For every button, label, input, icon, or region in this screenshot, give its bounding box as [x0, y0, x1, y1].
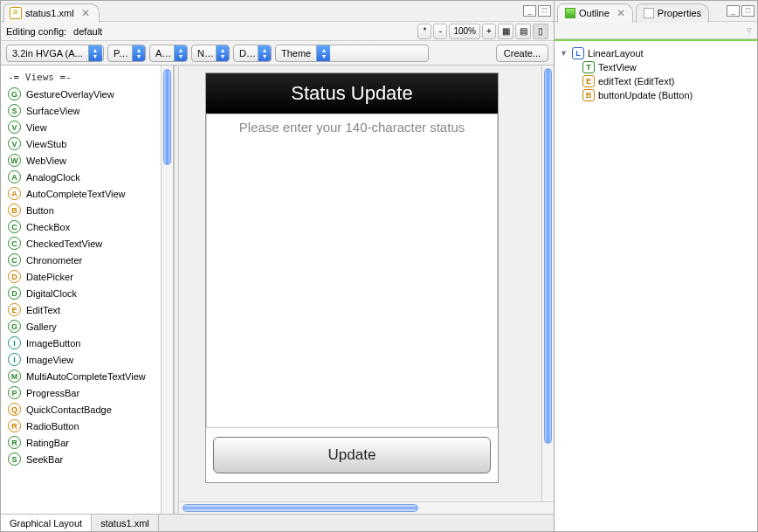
- close-icon[interactable]: ✕: [617, 7, 625, 19]
- preview-textview[interactable]: Status Update: [206, 73, 498, 114]
- palette-item[interactable]: RRadioButton: [1, 418, 161, 434]
- outline-pane: Outline ✕ Properties _ □ ▿ ▼ L LinearLay…: [555, 1, 757, 531]
- palette-item[interactable]: AAnalogClock: [1, 169, 161, 185]
- outline-mode-icon[interactable]: ▯: [533, 24, 548, 39]
- orientation-select[interactable]: P...: [107, 45, 146, 62]
- palette-item-label: AutoCompleteTextView: [26, 189, 126, 199]
- tree-node-edittext[interactable]: E editText (EditText): [582, 74, 752, 88]
- palette-item[interactable]: SSurfaceView: [1, 102, 161, 119]
- tab-graphical-layout[interactable]: Graphical Layout: [1, 515, 92, 531]
- config-label: Editing config:: [6, 26, 66, 37]
- canvas-area[interactable]: Status Update Please enter your 140-char…: [179, 66, 554, 501]
- palette-item[interactable]: IImageView: [1, 351, 161, 368]
- palette-item[interactable]: BButton: [1, 202, 161, 218]
- canvas-v-scrollbar[interactable]: [541, 66, 554, 501]
- close-icon[interactable]: ✕: [81, 7, 90, 19]
- palette-item[interactable]: VView: [1, 119, 161, 135]
- properties-tab[interactable]: Properties: [636, 3, 709, 23]
- zoom-value[interactable]: 100%: [449, 24, 480, 39]
- preview-button[interactable]: Update: [213, 437, 491, 473]
- config-value: default: [73, 26, 102, 37]
- palette-item[interactable]: EEditText: [1, 301, 161, 318]
- minimize-icon[interactable]: _: [523, 5, 536, 17]
- tab-source[interactable]: status1.xml: [92, 515, 159, 531]
- palette-badge-icon: C: [8, 237, 21, 250]
- palette-item[interactable]: RRatingBar: [1, 434, 161, 451]
- palette-badge-icon: D: [8, 287, 21, 300]
- device-preview[interactable]: Status Update Please enter your 140-char…: [205, 73, 499, 483]
- palette-item[interactable]: AAutoCompleteTextView: [1, 185, 161, 202]
- palette-item[interactable]: CChronometer: [1, 252, 161, 268]
- palette-item[interactable]: DDigitalClock: [1, 285, 161, 301]
- palette-item-label: WebView: [26, 155, 66, 166]
- canvas-inner: Status Update Please enter your 140-char…: [179, 66, 554, 501]
- night-select[interactable]: N...: [191, 45, 230, 62]
- outline-window-controls: _ □: [727, 5, 757, 17]
- editor-pane: status1.xml ✕ _ □ Editing config: defaul…: [1, 1, 555, 531]
- density-select[interactable]: D...: [233, 45, 272, 62]
- minimize-icon[interactable]: _: [727, 5, 740, 17]
- palette-badge-icon: R: [8, 436, 21, 449]
- palette-scroll-thumb[interactable]: [163, 69, 171, 165]
- palette-item-label: Gallery: [26, 321, 57, 332]
- tree-node-linearlayout[interactable]: ▼ L LinearLayout: [560, 46, 752, 60]
- create-button[interactable]: Create...: [496, 45, 548, 62]
- palette-item-label: MultiAutoCompleteTextView: [26, 371, 146, 382]
- disclosure-icon[interactable]: ▼: [560, 49, 568, 58]
- palette-list[interactable]: -= Views =-GGestureOverlayViewSSurfaceVi…: [1, 66, 161, 514]
- preview-edittext[interactable]: Please enter your 140-character status: [206, 114, 498, 428]
- palette-item-label: Chronometer: [26, 255, 82, 266]
- palette-badge-icon: V: [8, 121, 21, 134]
- palette-item[interactable]: DDatePicker: [1, 268, 161, 285]
- outline-toolbar: ▿: [555, 22, 757, 39]
- canvas-h-scrollbar[interactable]: [179, 501, 554, 514]
- palette-badge-icon: A: [8, 187, 21, 200]
- outline-tree[interactable]: ▼ L LinearLayout T TextView E editText (…: [555, 39, 757, 531]
- palette-badge-icon: M: [8, 370, 21, 383]
- maximize-icon[interactable]: □: [741, 5, 755, 17]
- palette-item[interactable]: GGestureOverlayView: [1, 86, 161, 102]
- palette-item[interactable]: SSeekBar: [1, 451, 161, 467]
- tree-label: TextView: [598, 62, 637, 73]
- palette-item[interactable]: IImageButton: [1, 335, 161, 351]
- zoom-out-button[interactable]: -: [433, 24, 447, 39]
- palette-item[interactable]: CCheckBox: [1, 218, 161, 235]
- palette-badge-icon: V: [8, 137, 21, 150]
- canvas-v-thumb[interactable]: [544, 68, 552, 444]
- palette-scrollbar[interactable]: [161, 66, 173, 514]
- palette-item[interactable]: WWebView: [1, 152, 161, 169]
- orientation-select-label: P...: [108, 48, 132, 59]
- palette-item-label: ViewStub: [26, 139, 66, 149]
- device-select[interactable]: 3.2in HVGA (A...: [6, 45, 104, 62]
- palette-panel: -= Views =-GGestureOverlayViewSSurfaceVi…: [1, 66, 174, 514]
- tree-node-textview[interactable]: T TextView: [582, 60, 752, 74]
- edittext-badge-icon: E: [582, 75, 595, 87]
- canvas-h-thumb[interactable]: [183, 504, 418, 512]
- clipping-icon[interactable]: ▦: [498, 24, 513, 39]
- palette-item[interactable]: MMultiAutoCompleteTextView: [1, 368, 161, 384]
- any-config-button[interactable]: *: [417, 24, 431, 39]
- palette-item[interactable]: CCheckedTextView: [1, 235, 161, 252]
- palette-item-label: Button: [26, 205, 54, 216]
- outline-tab[interactable]: Outline ✕: [557, 3, 633, 23]
- palette-item-label: RadioButton: [26, 421, 79, 432]
- palette-item[interactable]: PProgressBar: [1, 384, 161, 401]
- palette-badge-icon: I: [8, 353, 21, 366]
- editor-tab[interactable]: status1.xml ✕: [3, 3, 100, 23]
- properties-icon: [644, 8, 654, 18]
- maximize-icon[interactable]: □: [538, 5, 551, 17]
- dock-select[interactable]: A...: [149, 45, 188, 62]
- palette-badge-icon: S: [8, 104, 21, 117]
- view-menu-icon[interactable]: ▿: [747, 24, 752, 36]
- zoom-in-button[interactable]: +: [482, 24, 496, 39]
- tree-node-button[interactable]: B buttonUpdate (Button): [582, 88, 752, 102]
- editor-tab-row: status1.xml ✕ _ □: [1, 1, 554, 22]
- palette-item-label: SurfaceView: [26, 106, 80, 116]
- outline-tab-row: Outline ✕ Properties _ □: [555, 1, 757, 22]
- palette-item[interactable]: QQuickContactBadge: [1, 401, 161, 418]
- palette-item[interactable]: GGallery: [1, 318, 161, 335]
- palette-item[interactable]: VViewStub: [1, 135, 161, 152]
- explode-icon[interactable]: ▤: [515, 24, 531, 39]
- palette-item-label: CheckedTextView: [26, 238, 102, 249]
- theme-select[interactable]: Theme: [275, 45, 429, 62]
